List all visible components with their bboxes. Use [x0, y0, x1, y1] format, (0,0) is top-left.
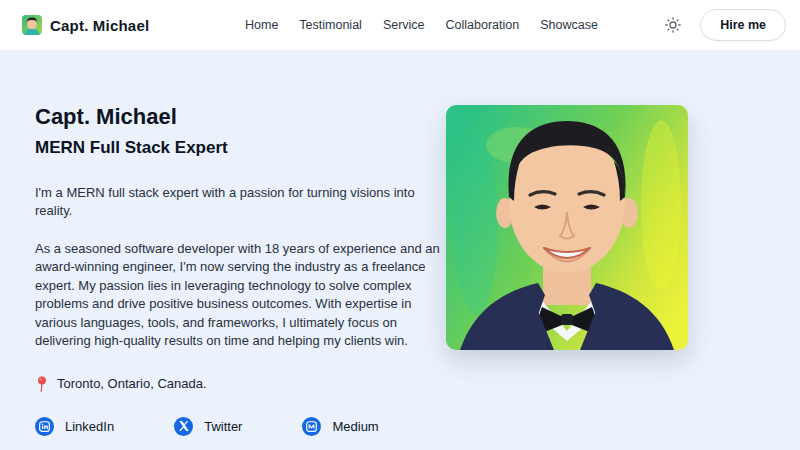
- hire-me-button[interactable]: Hire me: [700, 9, 786, 41]
- nav-item-showcase[interactable]: Showcase: [540, 18, 598, 32]
- navbar: Capt. Michael Home Testimonial Service C…: [0, 0, 800, 50]
- social-links: LinkedIn Twitter Medium: [35, 417, 800, 436]
- brand-name: Capt. Michael: [50, 17, 149, 34]
- location-row: Toronto, Ontario, Canada.: [35, 376, 800, 392]
- twitter-x-icon: [174, 417, 193, 436]
- bio-paragraph: As a seasoned software developer with 18…: [35, 240, 440, 351]
- nav-item-collaboration[interactable]: Collaboration: [446, 18, 520, 32]
- nav-controls: Hire me: [663, 9, 786, 41]
- location-text: Toronto, Ontario, Canada.: [57, 376, 207, 391]
- social-label: Twitter: [204, 419, 242, 434]
- social-label: Medium: [332, 419, 378, 434]
- brand[interactable]: Capt. Michael: [22, 15, 149, 35]
- avatar-pixel-icon: [22, 15, 42, 35]
- nav-item-service[interactable]: Service: [383, 18, 425, 32]
- hero-section: Capt. Michael MERN Full Stack Expert I'm…: [0, 50, 800, 450]
- social-link-medium[interactable]: Medium: [302, 417, 378, 436]
- profile-photo: [446, 105, 688, 350]
- social-link-linkedin[interactable]: LinkedIn: [35, 417, 114, 436]
- intro-paragraph: I'm a MERN full stack expert with a pass…: [35, 184, 440, 221]
- nav-item-home[interactable]: Home: [245, 18, 278, 32]
- social-link-twitter[interactable]: Twitter: [174, 417, 242, 436]
- medium-icon: [302, 417, 321, 436]
- linkedin-icon: [35, 417, 54, 436]
- social-label: LinkedIn: [65, 419, 114, 434]
- nav-item-testimonial[interactable]: Testimonial: [299, 18, 362, 32]
- theme-toggle[interactable]: [663, 15, 683, 35]
- pin-icon: [35, 376, 49, 392]
- sun-icon: [665, 17, 681, 33]
- nav-links: Home Testimonial Service Collaboration S…: [245, 0, 598, 50]
